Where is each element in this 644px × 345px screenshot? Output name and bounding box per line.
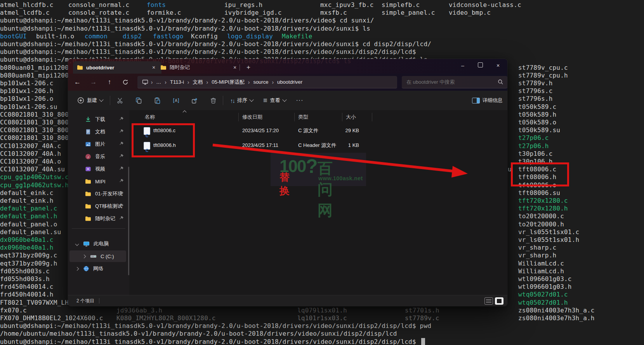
minimize-button[interactable]: –: [454, 59, 471, 72]
sidebar-item--[interactable]: 此电脑: [69, 238, 126, 250]
back-button[interactable]: ←: [71, 76, 84, 88]
details-pane-label: 详细信息: [483, 97, 503, 104]
video-icon: [85, 166, 91, 172]
sidebar-item--[interactable]: 图片: [69, 138, 126, 150]
terminal-text: ubuntu@dshanpi:~/meihao/t113i_tinasdk5.0…: [0, 25, 370, 32]
status-bar: 2 个项目: [68, 295, 507, 306]
tab-close-icon[interactable]: ×: [231, 64, 239, 71]
tab-ubootdriver[interactable]: ubootdriver ×: [73, 61, 161, 74]
pin-icon: [119, 216, 124, 221]
copy-button[interactable]: [132, 94, 145, 107]
tab-suishizaji[interactable]: 随时杂记 ×: [156, 61, 243, 74]
sidebar-item--[interactable]: 文档: [69, 126, 126, 138]
details-pane-button[interactable]: 详细信息: [472, 97, 503, 104]
folder-icon: [160, 65, 167, 70]
chevron-right-icon[interactable]: [75, 267, 79, 271]
terminal-text: ubuntu@dshanpi:~/meihao/t113i_tinasdk5.0…: [0, 40, 431, 48]
terminal-text: FX070_DHM18B0EL2_1024X600.c: [0, 314, 103, 322]
sidebar-item--[interactable]: 视频: [69, 163, 126, 175]
terminal-text: default_panel.o: [0, 221, 57, 228]
toolbar-divider: [223, 96, 223, 105]
column-divider[interactable]: [342, 113, 342, 121]
sidebar-item--[interactable]: 随时杂记: [69, 213, 126, 224]
sort-button[interactable]: ↑↓ 排序: [226, 94, 257, 107]
terminal-text: t30p106.c: [518, 150, 553, 157]
rename-button[interactable]: A: [169, 94, 182, 107]
sidebar-item-label: 文档: [95, 128, 105, 135]
delete-button[interactable]: [207, 94, 220, 107]
terminal-text: CC08021801_310_800: [0, 111, 69, 118]
sidebar-item-qt-[interactable]: QT移植测试: [69, 200, 126, 212]
sidebar-item-c-c-[interactable]: C (C:): [69, 250, 126, 262]
breadcrumb-item-4[interactable]: source: [250, 78, 271, 87]
column-divider[interactable]: [372, 113, 372, 121]
chevron-down-icon[interactable]: [75, 242, 79, 246]
column-header-2[interactable]: 修改日期: [242, 112, 262, 122]
paste-button[interactable]: [151, 94, 164, 107]
column-divider[interactable]: [294, 113, 295, 121]
file-explorer-window: hao/t113i_tinasdk5.0-v1/brandy/brandy-2.…: [68, 59, 507, 306]
column-header-1[interactable]: 名称: [145, 112, 155, 122]
terminal-text: u: [508, 166, 512, 173]
tab-bar: hao/t113i_tinasdk5.0-v1/brandy/brandy-2.…: [68, 59, 507, 74]
sidebar-item-label: 此电脑: [94, 240, 109, 247]
sort-button-label: 排序: [237, 97, 247, 104]
close-button[interactable]: ×: [490, 59, 507, 72]
terminal-text: video_bmp.c: [449, 9, 491, 16]
up-button[interactable]: ↑: [103, 76, 116, 88]
pin-icon: [119, 117, 124, 121]
breadcrumb-item-1[interactable]: T113-i: [167, 78, 187, 87]
breadcrumb-item-3[interactable]: 05-MIPI屏适配: [208, 78, 248, 87]
chevron-right-icon[interactable]: [82, 254, 86, 258]
sidebar-item--[interactable]: 下载: [69, 114, 126, 125]
terminal-text: ipu_regs.h: [224, 1, 262, 9]
more-icon: ···: [296, 97, 304, 104]
breadcrumb-item-2[interactable]: 文档: [190, 78, 206, 87]
search-box[interactable]: [402, 76, 507, 88]
sidebar-item-label: 01-开发环境: [95, 190, 123, 197]
sidebar-item--[interactable]: ♪音乐: [69, 151, 126, 162]
details-view-toggle[interactable]: [484, 297, 493, 305]
terminal-text: default_eink.c: [0, 189, 54, 197]
file-row-tft08006.h[interactable]: Ctft08006.h2023/4/25 17:11C Header 源文件1 …: [131, 138, 503, 153]
new-button[interactable]: 新建: [73, 94, 107, 107]
terminal-text: logo_display: [227, 33, 273, 40]
maximize-button[interactable]: [472, 59, 489, 72]
terminal-text: FT8021_TV097WXM_LH: [0, 299, 69, 306]
sidebar-item--[interactable]: 网络: [69, 263, 126, 274]
column-header-3[interactable]: 类型: [298, 112, 308, 122]
forward-button[interactable]: →: [87, 76, 100, 88]
breadcrumb-chevron-icon: ›: [187, 79, 190, 85]
terminal-text: disp2: [123, 33, 142, 40]
terminal-text: CC08021801_310_800: [0, 134, 69, 141]
doc-icon: [85, 129, 91, 135]
cut-button[interactable]: [113, 94, 127, 107]
sidebar-scrollbar[interactable]: [128, 167, 129, 275]
more-button[interactable]: ···: [292, 94, 307, 107]
terminal-text: frd450h40014.h: [0, 291, 54, 298]
column-divider[interactable]: [238, 113, 239, 121]
new-tab-button[interactable]: +: [243, 63, 253, 72]
terminal-text: st7796s.h: [518, 95, 553, 102]
view-button[interactable]: ≡ 查看: [259, 94, 290, 107]
column-header-4[interactable]: 大小: [346, 112, 356, 122]
share-button[interactable]: [188, 94, 201, 107]
terminal-text: t27p06.c: [518, 134, 549, 141]
terminal-text: jd9366ab_3.h: [116, 307, 162, 314]
file-row-tft08006.c[interactable]: Ctft08006.c2023/4/25 17:20C 源文件29 KB: [131, 123, 503, 138]
breadcrumb-item-5[interactable]: ubootdriver: [274, 78, 306, 87]
file-list-pane[interactable]: 名称修改日期类型大小 Ctft08006.c2023/4/25 17:20C 源…: [131, 110, 507, 295]
breadcrumb-overflow[interactable]: …: [153, 78, 164, 87]
terminal-text: ubuntu@dshanpi:~/meihao/t113i_tinasdk5.0…: [0, 48, 416, 55]
terminal-text: st7796s.c: [518, 87, 553, 95]
sidebar-item-01-[interactable]: 01-开发环境: [69, 188, 126, 200]
search-input[interactable]: [406, 79, 485, 85]
sort-ascending-caret: [183, 110, 187, 113]
terminal-text: vr_sharp.h: [518, 252, 556, 259]
sidebar-item-mipi[interactable]: MIPI: [69, 176, 126, 187]
icons-view-toggle[interactable]: [495, 297, 503, 305]
terminal-text: st7789v.c: [405, 314, 439, 322]
terminal-text: Kconfig: [191, 33, 218, 40]
refresh-button[interactable]: [119, 76, 132, 88]
address-bar[interactable]: ›…›T113-i›文档›05-MIPI屏适配›source›ubootdriv…: [137, 76, 397, 88]
